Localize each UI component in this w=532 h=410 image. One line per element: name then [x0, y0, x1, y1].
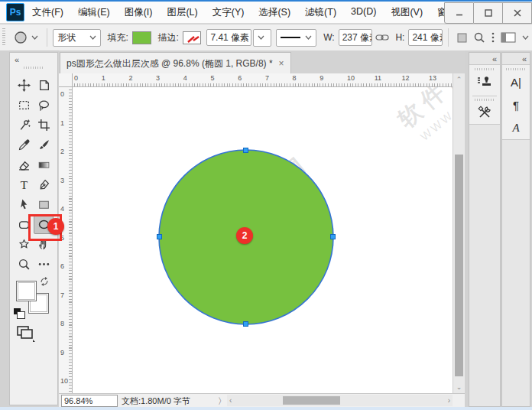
- menu-item[interactable]: 滤镜(T): [305, 6, 336, 19]
- rectangle-tool[interactable]: [34, 194, 54, 214]
- shape-layer[interactable]: [73, 87, 453, 393]
- scroll-left-icon[interactable]: ‹: [229, 396, 232, 405]
- h-ruler-label: 1: [102, 74, 105, 82]
- h-ruler-label: 12: [401, 74, 409, 82]
- menu-item[interactable]: 图像(I): [125, 6, 153, 19]
- v-ruler-label: 3: [60, 177, 64, 184]
- path-operations-icon[interactable]: [457, 33, 467, 43]
- foreground-color-swatch[interactable]: [16, 281, 37, 301]
- link-dimensions-icon[interactable]: [375, 34, 389, 41]
- chevron-down-icon[interactable]: [522, 35, 529, 40]
- tool-mode-select[interactable]: 形状: [53, 29, 100, 47]
- h-ruler-label: 10: [347, 74, 355, 82]
- default-colors-icon[interactable]: [14, 308, 24, 317]
- collapse-tools-icon[interactable]: «: [15, 55, 18, 64]
- zoom-tool[interactable]: [14, 254, 34, 274]
- move-tool[interactable]: [14, 75, 34, 95]
- brush-tool[interactable]: [34, 135, 54, 155]
- stroke-width-field[interactable]: 7.41 像素: [206, 29, 251, 46]
- shape-height-field[interactable]: 241 像素: [408, 29, 443, 46]
- v-ruler-label: 8: [60, 320, 64, 327]
- stroke-style-dropdown[interactable]: [276, 29, 316, 47]
- menu-item[interactable]: 图层(L): [167, 6, 197, 19]
- menu-item[interactable]: 编辑(E): [78, 6, 110, 19]
- collapse-panels-icon[interactable]: «: [469, 53, 500, 64]
- fill-label: 填充:: [108, 31, 128, 44]
- marquee-tool[interactable]: [14, 95, 34, 115]
- tool-presets-panel-icon[interactable]: [469, 101, 500, 124]
- transform-handle-bottom[interactable]: [243, 321, 248, 327]
- vertical-scrollbar[interactable]: ⌃ ⌄: [453, 73, 465, 393]
- gradient-tool[interactable]: [34, 155, 54, 174]
- fill-color-swatch[interactable]: [132, 31, 151, 44]
- menu-item[interactable]: 窗口(W): [437, 6, 444, 19]
- transform-handle-top[interactable]: [243, 148, 248, 153]
- logo-text: Ps: [10, 7, 21, 18]
- tools-grip[interactable]: [24, 67, 44, 69]
- window-bottom-edge: [0, 407, 532, 410]
- transform-handle-right[interactable]: [330, 234, 336, 239]
- quick-selection-tool[interactable]: [14, 115, 34, 135]
- status-options-icon[interactable]: 〉: [218, 395, 226, 407]
- horizontal-scroll-thumb[interactable]: [283, 396, 340, 405]
- path-alignment-icon[interactable]: [473, 31, 485, 44]
- maximize-icon: [484, 8, 493, 18]
- horizontal-ruler[interactable]: 012345678910111213: [73, 73, 453, 87]
- current-tool-preview[interactable]: [13, 30, 38, 45]
- eyedropper-tool[interactable]: [14, 135, 34, 155]
- maximize-button[interactable]: [474, 2, 503, 24]
- tab-close-icon[interactable]: ×: [279, 58, 284, 69]
- step1-badge: 1: [47, 218, 64, 235]
- right-dock: «: [465, 50, 532, 407]
- v-ruler-label: 9: [60, 349, 64, 356]
- horizontal-scrollbar[interactable]: ‹ ›: [227, 395, 453, 406]
- menu-item[interactable]: 文字(Y): [212, 6, 245, 19]
- screen-mode-icon[interactable]: [16, 324, 36, 342]
- shape-width-field[interactable]: 237 像素: [339, 29, 373, 46]
- left-dock-edge: [0, 50, 9, 407]
- swap-colors-icon[interactable]: [39, 276, 50, 287]
- menu-item[interactable]: 视图(V): [391, 6, 423, 19]
- h-ruler-label: 11: [375, 74, 381, 82]
- chevron-down-icon: [31, 35, 38, 40]
- close-icon: [513, 8, 522, 18]
- menu-item[interactable]: 3D(D): [351, 6, 376, 19]
- path-selection-tool[interactable]: [14, 194, 34, 214]
- zoom-level-field[interactable]: 96.84%: [61, 395, 118, 407]
- stroke-color-swatch[interactable]: [183, 31, 202, 44]
- scroll-up-icon[interactable]: ⌃: [453, 76, 465, 83]
- h-ruler-label: 2: [128, 74, 132, 82]
- ruler-origin-corner[interactable]: [59, 73, 73, 87]
- lasso-tool[interactable]: [34, 95, 54, 115]
- type-tool[interactable]: T: [14, 174, 34, 194]
- document-tab[interactable]: ps圆形怎么做出层次感 @ 96.8% (椭圆 1, RGB/8) * ×: [60, 52, 291, 74]
- artboard-tool[interactable]: [34, 75, 54, 95]
- more-tools[interactable]: [34, 254, 54, 274]
- h-ruler-label: 4: [183, 74, 187, 82]
- options-grip[interactable]: [2, 28, 5, 47]
- canvas[interactable]: 软件自学网 WWW.RJZXW.COM 软件自学网 WWW.RJZXW.COM …: [73, 87, 453, 393]
- tool-mode-value: 形状: [57, 31, 84, 44]
- more-options-icon[interactable]: [491, 32, 495, 43]
- pen-tool[interactable]: [34, 174, 54, 194]
- paragraph-panel-icon[interactable]: ¶: [502, 93, 530, 116]
- minimize-button[interactable]: [444, 2, 474, 24]
- ellipse-tool-icon: [13, 30, 28, 45]
- clone-source-panel-icon[interactable]: [469, 70, 500, 93]
- character-panel-icon[interactable]: A|: [502, 70, 530, 93]
- panel-card: A| ¶ A: [502, 64, 530, 140]
- collapse-panels-icon[interactable]: «: [502, 53, 530, 64]
- glyphs-panel-icon[interactable]: A: [502, 116, 530, 139]
- close-button[interactable]: [503, 2, 532, 24]
- scroll-down-icon[interactable]: ⌄: [453, 383, 465, 391]
- photoshop-logo[interactable]: Ps: [6, 3, 24, 21]
- transform-handle-left[interactable]: [157, 234, 162, 239]
- panel-toggle-icon[interactable]: [501, 32, 516, 43]
- scroll-right-icon[interactable]: ›: [448, 396, 450, 405]
- menu-item[interactable]: 选择(S): [258, 6, 290, 19]
- stroke-width-dropdown[interactable]: [253, 29, 271, 47]
- vertical-scroll-thumb[interactable]: [455, 155, 463, 376]
- eraser-tool[interactable]: [14, 155, 34, 174]
- crop-tool[interactable]: [34, 115, 54, 135]
- menu-item[interactable]: 文件(F): [32, 6, 63, 19]
